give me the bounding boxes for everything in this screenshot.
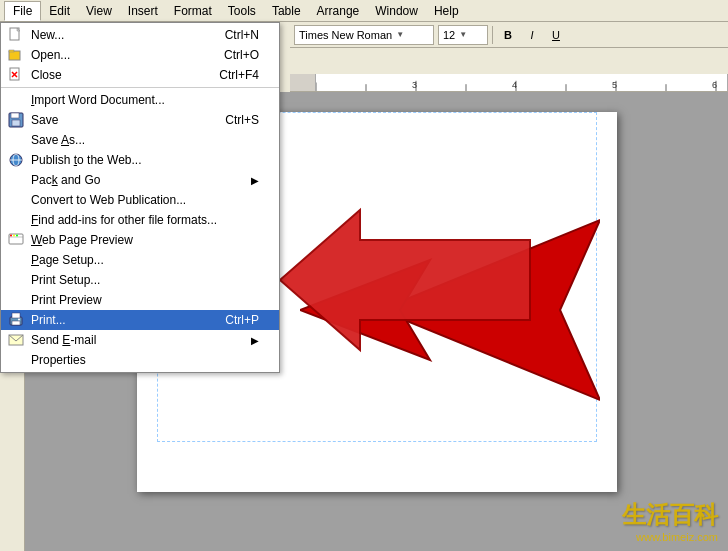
underline-button[interactable]: U — [545, 24, 567, 46]
close-doc-icon — [5, 64, 27, 86]
menu-item-import[interactable]: Import Word Document... — [1, 90, 279, 110]
menu-item-webpreview[interactable]: Web Page Preview — [1, 230, 279, 250]
menu-item-print-label: Print... — [31, 313, 66, 327]
svg-rect-9 — [12, 120, 20, 126]
svg-point-15 — [10, 235, 12, 237]
menu-item-packgo-label: Pack and Go — [31, 173, 100, 187]
saveas-icon — [5, 129, 27, 151]
printpreview-icon — [5, 289, 27, 311]
menu-tools[interactable]: Tools — [220, 2, 264, 20]
menu-item-printpreview[interactable]: Print Preview — [1, 290, 279, 310]
menubar: File Edit View Insert Format Tools Table… — [0, 0, 728, 22]
menu-file[interactable]: File — [4, 1, 41, 21]
menu-item-print-shortcut: Ctrl+P — [225, 313, 259, 327]
packgo-icon — [5, 169, 27, 191]
svg-rect-19 — [12, 313, 20, 318]
new-icon — [5, 24, 27, 46]
menu-item-printsetup[interactable]: Print Setup... — [1, 270, 279, 290]
toolbar-1: Times New Roman ▼ 12 ▼ B I U — [290, 22, 728, 48]
menu-item-close-label: Close — [31, 68, 62, 82]
menu-item-findaddins[interactable]: Find add-ins for other file formats... — [1, 210, 279, 230]
print-icon — [5, 309, 27, 331]
menu-help[interactable]: Help — [426, 2, 467, 20]
svg-text:4: 4 — [512, 80, 517, 90]
menu-item-new-label: New... — [31, 28, 64, 42]
menu-item-close[interactable]: Close Ctrl+F4 — [1, 65, 279, 85]
menu-item-open-label: Open... — [31, 48, 70, 62]
font-size-value: 12 — [443, 29, 455, 41]
svg-rect-2 — [9, 51, 20, 60]
properties-icon — [5, 349, 27, 371]
menu-format[interactable]: Format — [166, 2, 220, 20]
webpreview-icon — [5, 229, 27, 251]
menu-item-saveas-label: Save As... — [31, 133, 85, 147]
menu-item-saveas[interactable]: Save As... — [1, 130, 279, 150]
bold-button[interactable]: B — [497, 24, 519, 46]
menu-item-properties[interactable]: Properties — [1, 350, 279, 370]
menu-item-new[interactable]: New... Ctrl+N — [1, 25, 279, 45]
italic-button[interactable]: I — [521, 24, 543, 46]
menu-item-publish[interactable]: Publish to the Web... — [1, 150, 279, 170]
svg-point-16 — [13, 235, 15, 237]
menu-view[interactable]: View — [78, 2, 120, 20]
menu-item-properties-label: Properties — [31, 353, 86, 367]
svg-rect-3 — [9, 50, 14, 52]
font-name-dropdown[interactable]: Times New Roman ▼ — [294, 25, 434, 45]
convert-icon — [5, 189, 27, 211]
menu-item-pagesetup-label: Page Setup... — [31, 253, 104, 267]
menu-item-print[interactable]: Print... Ctrl+P — [1, 310, 279, 330]
menu-item-printsetup-label: Print Setup... — [31, 273, 100, 287]
menu-item-findaddins-label: Find add-ins for other file formats... — [31, 213, 217, 227]
svg-point-21 — [18, 319, 20, 321]
menu-item-open[interactable]: Open... Ctrl+O — [1, 45, 279, 65]
font-name-value: Times New Roman — [299, 29, 392, 41]
menu-arrange[interactable]: Arrange — [309, 2, 368, 20]
menu-item-save-label: Save — [31, 113, 58, 127]
open-icon — [5, 44, 27, 66]
email-icon — [5, 329, 27, 351]
menu-insert[interactable]: Insert — [120, 2, 166, 20]
menu-item-save-shortcut: Ctrl+S — [225, 113, 259, 127]
ruler: 3 4 5 6 — [290, 74, 728, 92]
menu-window[interactable]: Window — [367, 2, 426, 20]
menu-item-convert[interactable]: Convert to Web Publication... — [1, 190, 279, 210]
menu-item-sendemail-label: Send E-mail — [31, 333, 96, 347]
menu-item-sendemail[interactable]: Send E-mail ▶ — [1, 330, 279, 350]
menu-item-webpreview-label: Web Page Preview — [31, 233, 133, 247]
menu-item-packgo[interactable]: Pack and Go ▶ — [1, 170, 279, 190]
font-name-arrow-icon: ▼ — [396, 30, 404, 39]
import-icon — [5, 89, 27, 111]
font-size-dropdown[interactable]: 12 ▼ — [438, 25, 488, 45]
separator-1 — [1, 87, 279, 88]
file-dropdown-menu: New... Ctrl+N Open... Ctrl+O Close Ctrl+… — [0, 22, 280, 373]
font-size-arrow-icon: ▼ — [459, 30, 467, 39]
save-icon — [5, 109, 27, 131]
pagesetup-icon — [5, 249, 27, 271]
printsetup-icon — [5, 269, 27, 291]
menu-item-convert-label: Convert to Web Publication... — [31, 193, 186, 207]
sendemail-arrow-icon: ▶ — [251, 335, 259, 346]
svg-text:3: 3 — [412, 80, 417, 90]
svg-text:6: 6 — [712, 80, 717, 90]
menu-item-new-shortcut: Ctrl+N — [225, 28, 259, 42]
menu-item-close-shortcut: Ctrl+F4 — [219, 68, 259, 82]
menu-edit[interactable]: Edit — [41, 2, 78, 20]
menu-item-pagesetup[interactable]: Page Setup... — [1, 250, 279, 270]
svg-point-17 — [16, 235, 18, 237]
toolbar-sep-1 — [492, 26, 493, 44]
menu-item-printpreview-label: Print Preview — [31, 293, 102, 307]
menu-item-save[interactable]: Save Ctrl+S — [1, 110, 279, 130]
publish-icon — [5, 149, 27, 171]
svg-text:5: 5 — [612, 80, 617, 90]
menu-item-open-shortcut: Ctrl+O — [224, 48, 259, 62]
menu-table[interactable]: Table — [264, 2, 309, 20]
menu-item-import-label: Import Word Document... — [31, 93, 165, 107]
menu-item-publish-label: Publish to the Web... — [31, 153, 142, 167]
svg-rect-20 — [12, 321, 20, 325]
file-menu-container: File Edit View Insert Format Tools Table… — [0, 0, 728, 22]
svg-rect-8 — [11, 113, 19, 118]
findaddins-icon — [5, 209, 27, 231]
packgo-arrow-icon: ▶ — [251, 175, 259, 186]
